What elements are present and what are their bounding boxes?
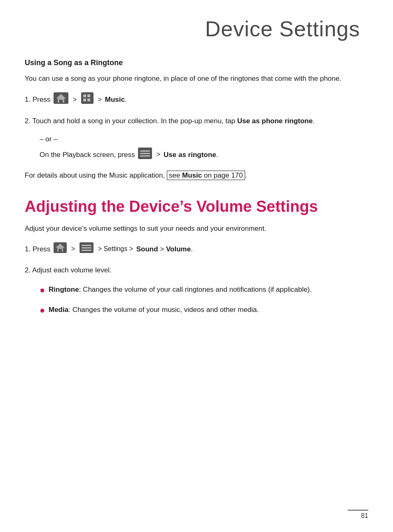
menu-icon <box>138 148 152 162</box>
reference-text: For details about using the Music applic… <box>25 170 368 181</box>
page-number: 81 <box>361 512 368 520</box>
sound-label: Sound <box>136 245 158 253</box>
svg-rect-10 <box>140 153 150 154</box>
svg-rect-3 <box>81 92 94 104</box>
substep-prefix: On the Playback screen, press <box>40 150 135 158</box>
bullet-content-1: Ringtone: Changes the volume of your cal… <box>49 284 368 295</box>
page-title: Device Settings <box>25 16 368 41</box>
bullet-item-ringtone: ● Ringtone: Changes the volume of your c… <box>40 284 368 297</box>
section-ringtone: Using a Song as a Ringtone You can use a… <box>25 59 368 181</box>
use-as-ringtone-label2: Use as ringtone <box>164 150 216 158</box>
section1-step1: 1. Press > <box>25 92 368 107</box>
chevron6: > <box>160 245 166 253</box>
svg-rect-17 <box>82 247 91 248</box>
svg-rect-16 <box>82 245 91 246</box>
bottom-divider <box>348 510 368 511</box>
svg-rect-7 <box>87 98 90 101</box>
chevron1: > <box>73 96 77 103</box>
media-label: Media <box>49 306 68 314</box>
chevron2: > <box>98 96 102 103</box>
music-link-bold: Music <box>182 171 202 179</box>
section1-heading: Using a Song as a Ringtone <box>25 59 368 67</box>
section1-intro: You can use a song as your phone rington… <box>25 73 368 84</box>
step2-v2-text: 2. Adjust each volume level. <box>25 266 112 274</box>
section2-intro: Adjust your device’s volume settings to … <box>25 223 368 234</box>
ringtone-text: : Changes the volume of your call ringto… <box>79 286 312 293</box>
section2-step2: 2. Adjust each volume level. <box>25 265 368 276</box>
step2-text: 2. Touch and hold a song in your collect… <box>25 117 315 125</box>
use-as-ringtone-label: Use as phone ringtone <box>237 117 313 125</box>
step1-v2-end: . <box>191 245 193 253</box>
bullet-list: ● Ringtone: Changes the volume of your c… <box>40 284 368 317</box>
svg-rect-2 <box>59 100 63 103</box>
step1-music: Music <box>105 96 125 103</box>
chevron5: > Settings > <box>98 245 133 252</box>
section2-step1: 1. Press > <box>25 242 368 256</box>
page-container: Device Settings Using a Song as a Ringto… <box>0 0 393 532</box>
section2-step1-content: 1. Press > <box>25 242 368 256</box>
home-icon <box>54 92 68 107</box>
grid-icon <box>81 92 94 107</box>
section1-step1-content: 1. Press > <box>25 92 368 107</box>
bullet-dot-2: ● <box>40 304 49 317</box>
volume-label: Volume <box>166 245 191 253</box>
or-separator: – or – <box>40 135 368 143</box>
chevron4: > <box>71 245 75 252</box>
reference-end: . <box>245 171 247 179</box>
svg-rect-6 <box>83 98 86 101</box>
svg-rect-14 <box>58 249 62 252</box>
ringtone-label: Ringtone <box>49 286 79 293</box>
section2-heading: Adjusting the Device’s Volume Settings <box>25 197 368 216</box>
reference-link: see Music on page 170 <box>167 171 245 180</box>
step1-v2-prefix: 1. Press <box>25 245 50 253</box>
section1-step2: 2. Touch and hold a song in your collect… <box>25 115 368 127</box>
svg-rect-5 <box>87 94 90 97</box>
sub-step: On the Playback screen, press > Use as r… <box>40 148 368 162</box>
section1-step2-content: 2. Touch and hold a song in your collect… <box>25 115 368 127</box>
section-volume: Adjusting the Device’s Volume Settings A… <box>25 197 368 317</box>
substep-end: . <box>216 150 218 158</box>
bullet-dot-1: ● <box>40 284 49 297</box>
bullet-item-media: ● Media: Changes the volume of your musi… <box>40 304 368 317</box>
step1-period: . <box>125 96 127 103</box>
svg-rect-4 <box>83 94 86 97</box>
reference-prefix: For details about using the Music applic… <box>25 171 167 179</box>
chevron3: > <box>157 151 160 158</box>
svg-rect-18 <box>82 250 91 251</box>
menu-icon-2 <box>80 242 94 256</box>
media-text: : Changes the volume of your music, vide… <box>68 306 259 314</box>
step1-prefix: 1. Press <box>25 96 50 103</box>
section2-step2-content: 2. Adjust each volume level. <box>25 265 368 276</box>
svg-rect-11 <box>140 155 150 157</box>
home-icon-2 <box>54 242 67 256</box>
bullet-content-2: Media: Changes the volume of your music,… <box>49 304 368 315</box>
svg-rect-9 <box>140 150 150 152</box>
